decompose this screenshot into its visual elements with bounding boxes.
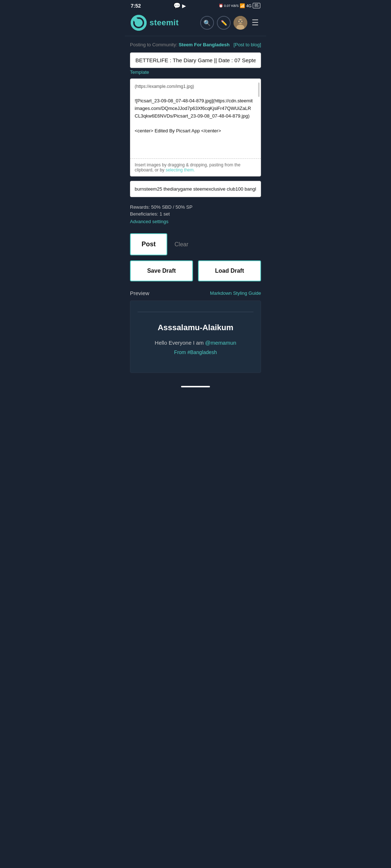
status-bar: 7:52 💬 ▶ ⏰ 0.07 KB/S 📶 4G 85 <box>125 0 266 10</box>
bottom-scroll-indicator <box>181 386 210 387</box>
beneficiaries-label: Beneficiaries: 1 set <box>130 211 261 217</box>
post-to-blog-link[interactable]: [Post to blog] <box>234 42 261 47</box>
search-icon: 🔍 <box>203 20 211 26</box>
svg-point-2 <box>134 18 139 23</box>
title-input[interactable] <box>130 53 261 68</box>
preview-more: From #Bangladesh <box>138 349 253 355</box>
scroll-indicator <box>258 82 260 97</box>
clear-button[interactable]: Clear <box>167 235 196 254</box>
posting-label: Posting to Community: <box>130 42 177 47</box>
logo-svg <box>131 15 147 31</box>
body-center-text: <center> Edited By Picsart App </center> <box>135 127 253 135</box>
avatar-image <box>234 16 247 30</box>
signal-icon: 📶 <box>240 3 245 8</box>
avatar[interactable] <box>234 16 247 30</box>
load-draft-button[interactable]: Load Draft <box>198 260 261 281</box>
signal-bars: 4G <box>246 4 252 8</box>
main-content: Posting to Community: Steem For Banglade… <box>125 36 266 379</box>
community-line: Posting to Community: Steem For Banglade… <box>130 42 261 47</box>
svg-point-1 <box>134 18 143 27</box>
edit-icon: ✏️ <box>221 20 227 26</box>
post-clear-row: Post Clear <box>130 233 261 255</box>
body-textarea-wrapper: (https://example.com/img1.jpg) ![Picsart… <box>130 78 261 176</box>
battery-icon: 85 <box>253 3 260 8</box>
body-top-text: (https://example.com/img1.jpg) <box>135 83 253 90</box>
status-right: ⏰ 0.07 KB/S 📶 4G 85 <box>219 3 260 8</box>
drop-zone: Insert images by dragging & dropping, pa… <box>130 158 261 176</box>
intro-text: Hello Everyone I am <box>155 340 205 346</box>
select-files-link[interactable]: selecting them. <box>165 167 195 173</box>
preview-box: Asssalamu-Alaikum Hello Everyone I am @m… <box>130 301 261 373</box>
nav-header: steemit 🔍 ✏️ ☰ <box>125 10 266 36</box>
tags-input-wrapper <box>130 181 261 197</box>
body-content-area[interactable]: (https://example.com/img1.jpg) ![Picsart… <box>130 79 261 158</box>
logo-text: steemit <box>150 18 179 27</box>
youtube-icon: ▶ <box>182 3 186 9</box>
body-image-markdown: ![Picsart_23-09-08_07-48-04-879.jpg](htt… <box>135 97 253 120</box>
tags-input[interactable] <box>130 181 261 197</box>
hamburger-icon[interactable]: ☰ <box>250 17 260 29</box>
community-name[interactable]: Steem For Bangladesh <box>178 42 230 47</box>
search-button[interactable]: 🔍 <box>200 16 214 30</box>
settings-section: Rewards: 50% SBD / 50% SP Beneficiaries:… <box>130 204 261 225</box>
draft-buttons-row: Save Draft Load Draft <box>130 260 261 281</box>
title-input-wrapper <box>130 52 261 68</box>
post-button[interactable]: Post <box>130 233 167 255</box>
svg-point-0 <box>131 15 147 31</box>
nav-actions: 🔍 ✏️ ☰ <box>200 16 260 30</box>
preview-divider <box>138 312 253 312</box>
messenger-icon: 💬 <box>173 2 181 9</box>
rewards-label: Rewards: 50% SBD / 50% SP <box>130 204 261 210</box>
template-link[interactable]: Template <box>130 69 261 75</box>
status-time: 7:52 <box>131 3 141 9</box>
preview-header: Preview Markdown Styling Guide <box>130 290 261 296</box>
advanced-settings-link[interactable]: Advanced settings <box>130 219 168 224</box>
preview-greeting: Asssalamu-Alaikum <box>138 323 253 332</box>
logo-icon <box>131 15 147 31</box>
network-speed: 0.07 KB/S <box>224 4 239 8</box>
edit-button[interactable]: ✏️ <box>217 16 231 30</box>
preview-username: @memamun <box>205 340 236 346</box>
markdown-guide-link[interactable]: Markdown Styling Guide <box>210 290 261 296</box>
status-icons: 💬 ▶ <box>173 2 186 9</box>
preview-label: Preview <box>130 290 149 296</box>
save-draft-button[interactable]: Save Draft <box>130 260 193 281</box>
nav-logo: steemit <box>131 15 179 31</box>
alarm-icon: ⏰ <box>219 4 223 8</box>
preview-intro: Hello Everyone I am @memamun <box>138 340 253 346</box>
community-info: Posting to Community: Steem For Banglade… <box>130 42 230 47</box>
